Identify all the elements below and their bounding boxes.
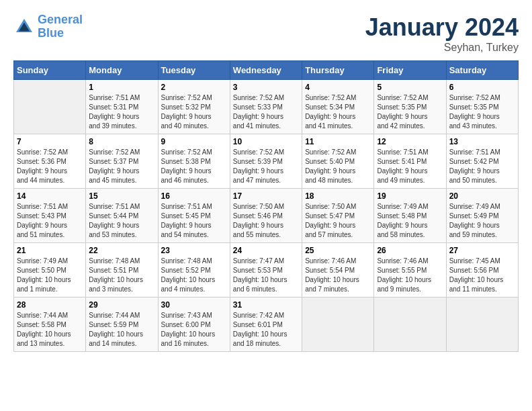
calendar-cell: 5Sunrise: 7:52 AM Sunset: 5:35 PM Daylig… (374, 80, 446, 134)
day-info: Sunrise: 7:52 AM Sunset: 5:34 PM Dayligh… (305, 93, 371, 131)
location-subtitle: Seyhan, Turkey (365, 42, 519, 54)
calendar-cell (374, 298, 446, 352)
day-number: 1 (89, 83, 154, 92)
day-info: Sunrise: 7:51 AM Sunset: 5:41 PM Dayligh… (377, 148, 443, 185)
day-number: 23 (161, 246, 227, 255)
calendar-cell: 14Sunrise: 7:51 AM Sunset: 5:43 PM Dayli… (14, 189, 86, 243)
day-number: 9 (161, 137, 227, 146)
day-number: 27 (449, 246, 515, 255)
calendar-cell: 20Sunrise: 7:49 AM Sunset: 5:49 PM Dayli… (446, 189, 518, 243)
day-info: Sunrise: 7:52 AM Sunset: 5:36 PM Dayligh… (17, 148, 83, 185)
logo: General Blue (13, 13, 83, 40)
col-header-tuesday: Tuesday (158, 61, 230, 80)
day-info: Sunrise: 7:52 AM Sunset: 5:35 PM Dayligh… (449, 93, 515, 131)
day-number: 17 (233, 191, 299, 201)
day-info: Sunrise: 7:45 AM Sunset: 5:56 PM Dayligh… (449, 257, 515, 294)
day-info: Sunrise: 7:52 AM Sunset: 5:33 PM Dayligh… (233, 93, 299, 131)
calendar-cell: 19Sunrise: 7:49 AM Sunset: 5:48 PM Dayli… (374, 189, 446, 243)
calendar-week-1: 1Sunrise: 7:51 AM Sunset: 5:31 PM Daylig… (14, 80, 519, 134)
calendar-cell: 15Sunrise: 7:51 AM Sunset: 5:44 PM Dayli… (86, 189, 158, 243)
calendar-table: SundayMondayTuesdayWednesdayThursdayFrid… (13, 60, 519, 352)
calendar-cell: 1Sunrise: 7:51 AM Sunset: 5:31 PM Daylig… (86, 80, 158, 134)
day-number: 24 (233, 246, 299, 255)
calendar-cell (14, 80, 86, 134)
day-number: 12 (377, 137, 443, 146)
day-number: 29 (89, 300, 154, 310)
col-header-wednesday: Wednesday (230, 61, 302, 80)
day-info: Sunrise: 7:49 AM Sunset: 5:48 PM Dayligh… (377, 202, 443, 240)
calendar-week-5: 28Sunrise: 7:44 AM Sunset: 5:58 PM Dayli… (14, 298, 519, 352)
day-number: 13 (449, 137, 515, 146)
calendar-cell: 31Sunrise: 7:42 AM Sunset: 6:01 PM Dayli… (230, 298, 302, 352)
day-number: 14 (17, 191, 83, 201)
calendar-cell: 25Sunrise: 7:46 AM Sunset: 5:54 PM Dayli… (302, 243, 374, 298)
day-number: 20 (449, 191, 515, 201)
calendar-cell: 27Sunrise: 7:45 AM Sunset: 5:56 PM Dayli… (446, 243, 518, 298)
day-number: 22 (89, 246, 154, 255)
day-number: 8 (89, 137, 154, 146)
calendar-cell: 12Sunrise: 7:51 AM Sunset: 5:41 PM Dayli… (374, 134, 446, 189)
col-header-thursday: Thursday (302, 61, 374, 80)
day-info: Sunrise: 7:51 AM Sunset: 5:42 PM Dayligh… (449, 148, 515, 185)
day-number: 28 (17, 300, 83, 310)
logo-line1: General (38, 13, 83, 26)
day-info: Sunrise: 7:42 AM Sunset: 6:01 PM Dayligh… (233, 311, 299, 349)
calendar-cell: 18Sunrise: 7:50 AM Sunset: 5:47 PM Dayli… (302, 189, 374, 243)
calendar-cell: 30Sunrise: 7:43 AM Sunset: 6:00 PM Dayli… (158, 298, 230, 352)
col-header-saturday: Saturday (446, 61, 518, 80)
page-header: General Blue January 2024 Seyhan, Turkey (13, 13, 519, 54)
day-info: Sunrise: 7:52 AM Sunset: 5:39 PM Dayligh… (233, 148, 299, 185)
day-number: 26 (377, 246, 443, 255)
logo-line2: Blue (38, 26, 64, 40)
calendar-cell: 28Sunrise: 7:44 AM Sunset: 5:58 PM Dayli… (14, 298, 86, 352)
day-number: 15 (89, 191, 154, 201)
calendar-cell: 3Sunrise: 7:52 AM Sunset: 5:33 PM Daylig… (230, 80, 302, 134)
calendar-cell: 13Sunrise: 7:51 AM Sunset: 5:42 PM Dayli… (446, 134, 518, 189)
day-info: Sunrise: 7:51 AM Sunset: 5:45 PM Dayligh… (161, 202, 227, 240)
calendar-cell: 16Sunrise: 7:51 AM Sunset: 5:45 PM Dayli… (158, 189, 230, 243)
day-info: Sunrise: 7:44 AM Sunset: 5:58 PM Dayligh… (17, 311, 83, 349)
day-number: 18 (305, 191, 371, 201)
day-info: Sunrise: 7:48 AM Sunset: 5:52 PM Dayligh… (161, 257, 227, 294)
col-header-friday: Friday (374, 61, 446, 80)
calendar-week-3: 14Sunrise: 7:51 AM Sunset: 5:43 PM Dayli… (14, 189, 519, 243)
day-info: Sunrise: 7:49 AM Sunset: 5:50 PM Dayligh… (17, 257, 83, 294)
day-info: Sunrise: 7:52 AM Sunset: 5:32 PM Dayligh… (161, 93, 227, 131)
calendar-cell: 10Sunrise: 7:52 AM Sunset: 5:39 PM Dayli… (230, 134, 302, 189)
calendar-cell: 17Sunrise: 7:50 AM Sunset: 5:46 PM Dayli… (230, 189, 302, 243)
day-info: Sunrise: 7:51 AM Sunset: 5:43 PM Dayligh… (17, 202, 83, 240)
calendar-week-4: 21Sunrise: 7:49 AM Sunset: 5:50 PM Dayli… (14, 243, 519, 298)
calendar-cell: 4Sunrise: 7:52 AM Sunset: 5:34 PM Daylig… (302, 80, 374, 134)
day-info: Sunrise: 7:44 AM Sunset: 5:59 PM Dayligh… (89, 311, 154, 349)
calendar-cell: 7Sunrise: 7:52 AM Sunset: 5:36 PM Daylig… (14, 134, 86, 189)
day-number: 25 (305, 246, 371, 255)
calendar-cell: 9Sunrise: 7:52 AM Sunset: 5:38 PM Daylig… (158, 134, 230, 189)
day-info: Sunrise: 7:46 AM Sunset: 5:55 PM Dayligh… (377, 257, 443, 294)
month-title: January 2024 (365, 13, 519, 42)
day-number: 30 (161, 300, 227, 310)
calendar-header-row: SundayMondayTuesdayWednesdayThursdayFrid… (14, 61, 519, 80)
day-number: 10 (233, 137, 299, 146)
day-number: 4 (305, 83, 371, 92)
calendar-cell: 6Sunrise: 7:52 AM Sunset: 5:35 PM Daylig… (446, 80, 518, 134)
title-block: January 2024 Seyhan, Turkey (365, 13, 519, 54)
day-number: 2 (161, 83, 227, 92)
calendar-cell: 11Sunrise: 7:52 AM Sunset: 5:40 PM Dayli… (302, 134, 374, 189)
calendar-cell: 29Sunrise: 7:44 AM Sunset: 5:59 PM Dayli… (86, 298, 158, 352)
day-number: 16 (161, 191, 227, 201)
day-number: 11 (305, 137, 371, 146)
day-number: 31 (233, 300, 299, 310)
day-info: Sunrise: 7:43 AM Sunset: 6:00 PM Dayligh… (161, 311, 227, 349)
day-info: Sunrise: 7:46 AM Sunset: 5:54 PM Dayligh… (305, 257, 371, 294)
calendar-cell: 26Sunrise: 7:46 AM Sunset: 5:55 PM Dayli… (374, 243, 446, 298)
day-info: Sunrise: 7:52 AM Sunset: 5:37 PM Dayligh… (89, 148, 154, 185)
calendar-week-2: 7Sunrise: 7:52 AM Sunset: 5:36 PM Daylig… (14, 134, 519, 189)
day-number: 21 (17, 246, 83, 255)
logo-icon (13, 16, 35, 38)
day-number: 6 (449, 83, 515, 92)
logo-text: General Blue (38, 13, 83, 40)
day-info: Sunrise: 7:48 AM Sunset: 5:51 PM Dayligh… (89, 257, 154, 294)
day-number: 5 (377, 83, 443, 92)
col-header-monday: Monday (86, 61, 158, 80)
calendar-cell: 22Sunrise: 7:48 AM Sunset: 5:51 PM Dayli… (86, 243, 158, 298)
